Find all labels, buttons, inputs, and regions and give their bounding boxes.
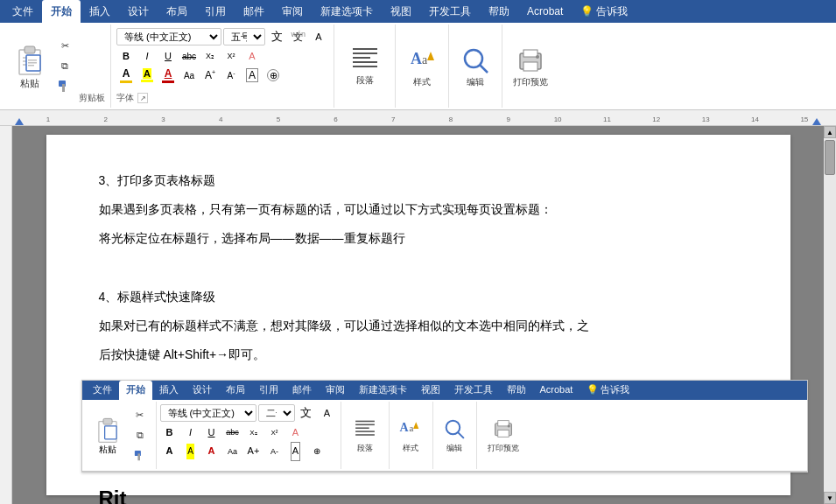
highlight-button[interactable]: A: [137, 66, 157, 84]
font-size-select[interactable]: 五号: [223, 28, 265, 46]
underline-button[interactable]: U: [158, 47, 178, 65]
inner-tab-ref[interactable]: 引用: [252, 381, 285, 400]
text-effect-button[interactable]: A: [242, 47, 262, 65]
inner-para-button[interactable]: 段落: [348, 413, 383, 458]
inner-ribbon-container: 文件 开始 插入 设计 布局 引用 邮件 审阅 新建选项卡 视图 开发工具 帮助: [81, 380, 808, 472]
inner-print-button[interactable]: 打印预览: [482, 413, 524, 458]
font-border-btn[interactable]: A: [242, 66, 262, 84]
inner-font-size-select[interactable]: 二号: [258, 404, 295, 422]
tab-devtools[interactable]: 开发工具: [420, 0, 480, 23]
tab-design[interactable]: 设计: [119, 0, 158, 23]
paste-icon: [16, 42, 44, 77]
print-preview-button[interactable]: 打印预览: [508, 41, 553, 92]
tab-insert[interactable]: 插入: [81, 0, 119, 23]
svg-rect-12: [353, 52, 377, 54]
font-circle-btn[interactable]: ⊕: [263, 66, 283, 84]
inner-tab-devtools[interactable]: 开发工具: [447, 381, 500, 400]
tab-file[interactable]: 文件: [4, 0, 42, 23]
inner-tab-review[interactable]: 审阅: [319, 381, 352, 400]
tab-layout[interactable]: 布局: [158, 0, 196, 23]
inner-fontcolor[interactable]: A: [202, 443, 221, 460]
inner-fontcolor-a[interactable]: A: [160, 443, 179, 460]
style-label: 样式: [413, 76, 431, 88]
scroll-up-button[interactable]: ▲: [824, 126, 836, 138]
inner-italic-button[interactable]: I: [181, 424, 200, 441]
inner-clear-format[interactable]: A: [318, 404, 337, 422]
inner-tab-view[interactable]: 视图: [414, 381, 447, 400]
inner-tab-tellme[interactable]: 💡 告诉我: [580, 381, 636, 400]
inner-subscript[interactable]: X₂: [244, 424, 263, 441]
inner-paste-button[interactable]: 粘贴: [89, 410, 126, 462]
paste-button[interactable]: 粘贴: [9, 35, 51, 98]
font-name-select[interactable]: 等线 (中文正文): [116, 28, 221, 46]
svg-rect-26: [104, 426, 116, 439]
inner-fontsize-grow[interactable]: A+: [244, 443, 263, 460]
tab-start[interactable]: 开始: [42, 0, 81, 23]
inner-border-btn[interactable]: A: [286, 443, 306, 460]
tab-help[interactable]: 帮助: [480, 0, 518, 23]
inner-tab-mail[interactable]: 邮件: [285, 381, 319, 400]
inner-strikethrough[interactable]: abc: [223, 424, 242, 441]
subscript-button[interactable]: X₂: [200, 47, 220, 65]
tab-reference[interactable]: 引用: [196, 0, 235, 23]
shrink-font-button[interactable]: wén 文: [288, 28, 307, 46]
doc-scroll-area[interactable]: 3、打印多页表格标题 如果遇到多页表格，只有第一页有标题的话，可以通过以下方式实…: [12, 126, 824, 504]
scrollbar-thumb[interactable]: [825, 140, 835, 175]
inner-fontsize-shrink[interactable]: A-: [265, 443, 285, 460]
clipboard-group: 粘贴 ✂ ⧉ 剪贴板: [4, 24, 111, 108]
clear-format-button[interactable]: A: [309, 28, 328, 46]
inner-superscript[interactable]: X²: [265, 424, 285, 441]
font-size-shrink-btn[interactable]: A-: [221, 66, 241, 84]
edit-button[interactable]: 编辑: [454, 41, 496, 92]
superscript-button[interactable]: X²: [221, 47, 241, 65]
fontcolor-a-button[interactable]: A: [116, 66, 136, 84]
tab-view[interactable]: 视图: [382, 0, 420, 23]
svg-rect-25: [102, 418, 111, 424]
fontcolor-button[interactable]: A: [158, 66, 178, 84]
inner-tab-file[interactable]: 文件: [86, 381, 119, 400]
inner-text-effect[interactable]: A: [286, 424, 306, 441]
bold-button[interactable]: B: [116, 47, 136, 65]
inner-copy-button[interactable]: ⧉: [128, 426, 152, 445]
font-size-grow-btn[interactable]: A+: [200, 66, 220, 84]
inner-edit-icon: [442, 416, 467, 441]
inner-highlight[interactable]: A: [181, 443, 200, 460]
font-group-expand[interactable]: ↗: [137, 93, 148, 103]
inner-bold-button[interactable]: B: [160, 424, 179, 441]
tab-tellme[interactable]: 💡 告诉我: [572, 0, 636, 23]
grow-font-button[interactable]: 文: [267, 28, 286, 46]
inner-format-painter[interactable]: [128, 446, 152, 466]
tab-acrobat[interactable]: Acrobat: [518, 0, 572, 23]
inner-tab-start[interactable]: 开始: [119, 381, 152, 400]
inner-font-name-select[interactable]: 等线 (中文正文): [160, 404, 256, 422]
style-button[interactable]: A a 样式: [401, 41, 443, 92]
inner-tab-newtab[interactable]: 新建选项卡: [352, 381, 414, 400]
tab-newtab[interactable]: 新建选项卡: [312, 0, 382, 23]
left-indent-marker[interactable]: [15, 118, 24, 125]
right-indent-marker[interactable]: [812, 118, 821, 125]
inner-circle-btn[interactable]: ⊕: [307, 443, 327, 460]
para-button[interactable]: 段落: [344, 39, 386, 90]
cut-button[interactable]: ✂: [53, 37, 77, 56]
inner-tab-insert[interactable]: 插入: [152, 381, 186, 400]
inner-tab-layout[interactable]: 布局: [219, 381, 252, 400]
scroll-down-button[interactable]: ▼: [824, 492, 836, 504]
format-painter-button[interactable]: [53, 77, 77, 96]
inner-edit-button[interactable]: 编辑: [437, 413, 472, 458]
inner-tab-acrobat[interactable]: Acrobat: [533, 381, 580, 400]
inner-underline-button[interactable]: U: [202, 424, 221, 441]
inner-case-btn[interactable]: Aa: [223, 443, 242, 460]
inner-tab-design[interactable]: 设计: [186, 381, 219, 400]
italic-button[interactable]: I: [137, 47, 157, 65]
strikethrough-button[interactable]: abc: [179, 47, 199, 65]
inner-grow-font[interactable]: 文: [297, 404, 316, 422]
tab-review[interactable]: 审阅: [273, 0, 312, 23]
font-case-button[interactable]: Aa: [179, 66, 199, 84]
tab-mail[interactable]: 邮件: [235, 0, 273, 23]
inner-cut-button[interactable]: ✂: [128, 406, 152, 425]
inner-style-button[interactable]: A a 样式: [393, 413, 428, 458]
style-group: A a 样式: [396, 24, 449, 108]
inner-edit-group: 编辑: [433, 402, 477, 469]
inner-tab-help[interactable]: 帮助: [500, 381, 533, 400]
copy-button[interactable]: ⧉: [53, 57, 77, 76]
